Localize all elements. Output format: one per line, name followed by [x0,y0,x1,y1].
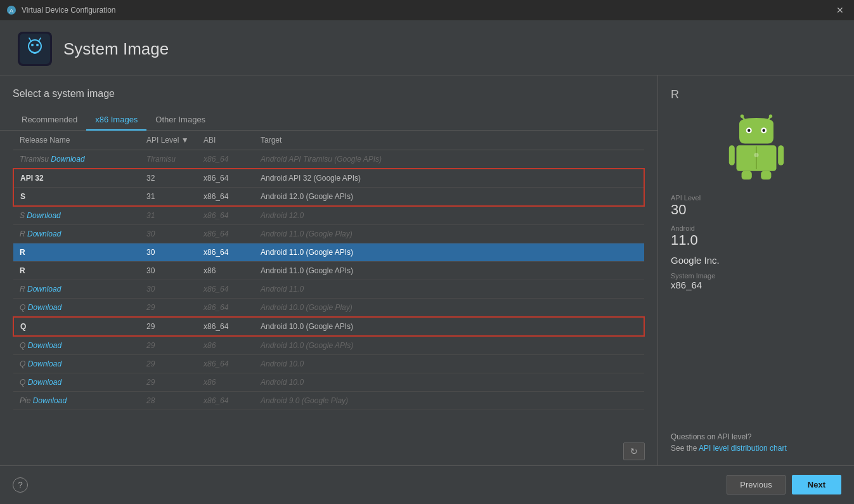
previous-button[interactable]: Previous [727,475,786,494]
cell-abi: x86_64 [197,280,254,299]
cell-abi: x86 [197,373,254,392]
cell-abi: x86_64 [197,150,254,169]
download-link[interactable]: Download [27,229,61,238]
api-level-label: API Level [671,194,841,202]
cell-api-level: 30 [140,225,197,243]
android-label: Android [671,224,841,232]
android-version-info: Android 11.0 [671,224,841,249]
cell-release-name: R [13,243,140,262]
cell-target: Android API 32 (Google APIs) [254,169,644,188]
table-row[interactable]: Q Download29x86Android 10.0 [13,373,644,392]
download-link[interactable]: Download [28,303,61,312]
tab-recommended[interactable]: Recommended [13,110,86,131]
main-content: Select a system image Recommended x86 Im… [0,75,854,465]
help-button[interactable]: ? [13,477,28,493]
cell-target: Android 11.0 (Google APIs) [254,262,644,280]
table-row[interactable]: Q Download29x86_64Android 10.0 [13,355,644,373]
svg-point-4 [31,44,34,46]
table-row[interactable]: R30x86_64Android 11.0 (Google APIs) [13,243,644,262]
cell-target: Android 10.0 [254,373,644,392]
svg-rect-16 [778,145,784,165]
cell-abi: x86_64 [197,392,254,410]
download-link[interactable]: Download [28,378,61,387]
system-image-table: Release Name API Level ▼ ABI Target Tira… [13,131,645,437]
col-release-name[interactable]: Release Name [13,131,140,150]
svg-rect-17 [741,171,751,180]
cell-target: Android 11.0 (Google Play) [254,225,644,243]
cell-target: Android 9.0 (Google Play) [254,392,644,410]
download-link[interactable]: Download [27,211,60,220]
table-row[interactable]: API 3232x86_64Android API 32 (Google API… [13,169,644,188]
app-icon: A [6,5,16,15]
cell-api-level: 30 [140,280,197,299]
svg-point-9 [768,115,772,118]
svg-point-5 [36,44,39,46]
col-target: Target [254,131,644,150]
api-level-question: Questions on API level? See the API leve… [671,432,841,453]
table-row[interactable]: Q Download29x86Android 10.0 (Google APIs… [13,336,644,355]
cell-api-level: 29 [140,355,197,373]
select-title: Select a system image [0,88,657,110]
download-link[interactable]: Download [28,359,61,368]
cell-abi: x86_64 [197,243,254,262]
cell-release-name: R Download [13,280,140,299]
left-panel: Select a system image Recommended x86 Im… [0,75,657,465]
table-row[interactable]: S31x86_64Android 12.0 (Google APIs) [13,188,644,207]
android-value: 11.0 [671,232,841,249]
svg-rect-15 [728,145,734,165]
cell-api-level: 30 [140,243,197,262]
download-link[interactable]: Download [28,341,61,350]
cell-release-name: S Download [13,206,140,225]
next-button[interactable]: Next [792,475,841,494]
cell-abi: x86_64 [197,206,254,225]
refresh-button[interactable]: ↻ [623,443,645,460]
cell-target: Android 12.0 (Google APIs) [254,188,644,207]
table-row[interactable]: Tiramisu DownloadTiramisux86_64Android A… [13,150,644,169]
android-robot-icon [671,112,841,181]
svg-point-13 [762,129,765,132]
table-row[interactable]: R30x86Android 11.0 (Google APIs) [13,262,644,280]
header: System Image [0,20,854,75]
table-row[interactable]: Q Download29x86_64Android 10.0 (Google P… [13,299,644,318]
api-chart-link[interactable]: API level distribution chart [699,444,787,453]
table-row[interactable]: Pie Download28x86_64Android 9.0 (Google … [13,392,644,410]
cell-release-name: Q Download [13,299,140,318]
cell-abi: x86_64 [197,355,254,373]
svg-point-8 [740,115,743,118]
download-link[interactable]: Download [27,285,61,294]
tabs-bar: Recommended x86 Images Other Images [0,110,657,131]
cell-api-level: 30 [140,262,197,280]
tab-x86-images[interactable]: x86 Images [86,110,146,131]
cell-abi: x86_64 [197,169,254,188]
col-api-level[interactable]: API Level ▼ [140,131,197,150]
cell-release-name: R [13,262,140,280]
svg-rect-18 [761,171,771,180]
system-image-label: System Image [671,272,841,280]
download-link[interactable]: Download [51,155,84,164]
cell-target: Android 10.0 (Google Play) [254,299,644,318]
table-row[interactable]: R Download30x86_64Android 11.0 [13,280,644,299]
table-row[interactable]: Q29x86_64Android 10.0 (Google APIs) [13,317,644,336]
cell-release-name: Tiramisu Download [13,150,140,169]
questions-text: Questions on API level? [671,432,841,441]
cell-api-level: Tiramisu [140,150,197,169]
table-row[interactable]: S Download31x86_64Android 12.0 [13,206,644,225]
header-logo [18,32,52,66]
cell-release-name: S [13,188,140,207]
footer: ? Previous Next [0,465,854,503]
cell-release-name: Q [13,317,140,336]
table-footer: ↻ [0,437,657,465]
cell-api-level: 29 [140,299,197,318]
cell-target: Android 10.0 [254,355,644,373]
download-link[interactable]: Download [33,396,67,405]
table-row[interactable]: R Download30x86_64Android 11.0 (Google P… [13,225,644,243]
vendor-info: Google Inc. [671,255,841,266]
system-image-info: System Image x86_64 [671,272,841,290]
cell-target: Android 12.0 [254,206,644,225]
svg-text:A: A [10,8,13,14]
tab-other-images[interactable]: Other Images [146,110,214,131]
cell-api-level: 29 [140,336,197,355]
cell-abi: x86 [197,336,254,355]
close-button[interactable]: ✕ [832,4,848,16]
cell-release-name: Pie Download [13,392,140,410]
